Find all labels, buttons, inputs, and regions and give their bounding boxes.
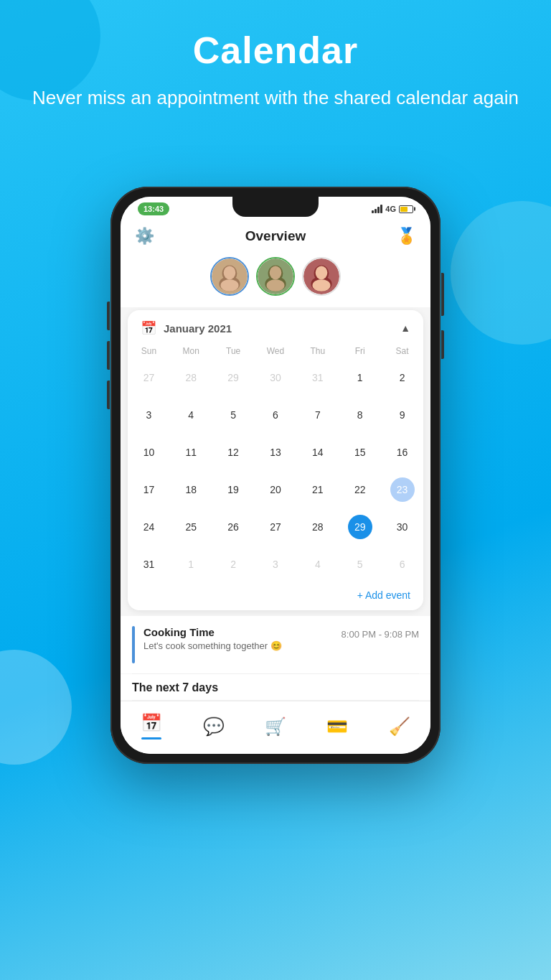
bottom-nav: 📅 💬 🛒 💳 🧹 xyxy=(121,701,430,754)
calendar-grid: Sun Mon Tue Wed Thu Fri Sat 27 28 29 30 … xyxy=(128,343,423,583)
cal-day-11[interactable]: 11 xyxy=(170,434,212,471)
chores-nav-icon: 🧹 xyxy=(389,717,410,737)
cal-day-17[interactable]: 17 xyxy=(128,471,170,508)
event-time: 8:00 PM - 9:08 PM xyxy=(342,629,419,640)
signal-bar-1 xyxy=(372,210,374,213)
badge-icon[interactable]: 🏅 xyxy=(397,227,416,246)
bottom-nav-chat[interactable]: 💬 xyxy=(192,714,236,739)
avatars-row xyxy=(121,251,430,307)
cal-day-next-3[interactable]: 3 xyxy=(255,546,297,583)
cal-day-next-6[interactable]: 6 xyxy=(381,546,423,583)
next-section-title: The next 7 days xyxy=(132,681,218,694)
cal-day-5[interactable]: 5 xyxy=(212,396,255,434)
add-event-row: + Add event xyxy=(128,583,423,610)
calendar-month: January 2021 xyxy=(164,322,232,335)
cal-day-14[interactable]: 14 xyxy=(296,434,339,471)
bg-decoration-circle-bottom xyxy=(0,650,72,765)
wallet-nav-icon: 💳 xyxy=(326,717,348,737)
cal-day-16[interactable]: 16 xyxy=(381,434,423,471)
cal-day-2[interactable]: 2 xyxy=(381,359,423,396)
calendar-collapse-arrow[interactable]: ▲ xyxy=(400,322,410,334)
cal-day-30[interactable]: 30 xyxy=(381,508,423,546)
cal-day-1[interactable]: 1 xyxy=(339,359,381,396)
phone-power-button xyxy=(441,273,444,316)
cal-day-prev-29[interactable]: 29 xyxy=(212,359,255,396)
calendar-header: 📅 January 2021 ▲ xyxy=(128,310,423,343)
cal-day-next-1[interactable]: 1 xyxy=(170,546,212,583)
phone-volume-down-button xyxy=(107,381,110,409)
status-bar: 13:43 4G xyxy=(121,197,430,218)
col-sun: Sun xyxy=(128,343,170,359)
cal-day-7[interactable]: 7 xyxy=(296,396,339,434)
nav-title: Overview xyxy=(245,228,306,244)
cal-day-prev-31[interactable]: 31 xyxy=(296,359,339,396)
phone-notch xyxy=(232,197,319,217)
phone-mute-button xyxy=(107,302,110,330)
cal-day-26[interactable]: 26 xyxy=(212,508,255,546)
cal-day-13[interactable]: 13 xyxy=(255,434,297,471)
event-title: Cooking Time xyxy=(143,626,333,638)
cal-day-25[interactable]: 25 xyxy=(170,508,212,546)
add-event-button[interactable]: + Add event xyxy=(357,589,410,601)
cal-day-15[interactable]: 15 xyxy=(339,434,381,471)
phone-screen: 13:43 4G ⚙️ Overview xyxy=(121,197,430,754)
calendar-header-left: 📅 January 2021 xyxy=(141,320,232,336)
page-header: Calendar Never miss an appointment with … xyxy=(0,0,551,111)
event-item: Cooking Time Let's cook something togeth… xyxy=(121,616,430,673)
signal-bars xyxy=(372,205,382,213)
cal-day-prev-30[interactable]: 30 xyxy=(255,359,297,396)
svg-point-9 xyxy=(267,279,285,291)
avatar-3[interactable] xyxy=(302,257,341,296)
cal-day-12[interactable]: 12 xyxy=(212,434,255,471)
cal-day-18[interactable]: 18 xyxy=(170,471,212,508)
cal-day-28[interactable]: 28 xyxy=(296,508,339,546)
cal-day-20[interactable]: 20 xyxy=(255,471,297,508)
event-description: Let's cook something together 😊 xyxy=(143,640,333,651)
page-title: Calendar xyxy=(0,29,551,72)
phone-volume-up-button xyxy=(107,341,110,370)
status-time: 13:43 xyxy=(138,202,169,215)
calendar-icon: 📅 xyxy=(141,320,156,336)
cal-day-4[interactable]: 4 xyxy=(170,396,212,434)
cal-day-29[interactable]: 29 xyxy=(339,508,381,546)
cal-day-3[interactable]: 3 xyxy=(128,396,170,434)
cal-day-31[interactable]: 31 xyxy=(128,546,170,583)
page-subtitle: Never miss an appointment with the share… xyxy=(0,85,551,111)
cal-day-next-4[interactable]: 4 xyxy=(296,546,339,583)
phone-volume-button-right xyxy=(441,330,444,359)
col-thu: Thu xyxy=(296,343,339,359)
bottom-nav-calendar[interactable]: 📅 xyxy=(129,710,174,742)
cal-day-24[interactable]: 24 xyxy=(128,508,170,546)
avatar-1[interactable] xyxy=(210,257,249,296)
cal-day-27[interactable]: 27 xyxy=(255,508,297,546)
cal-day-19[interactable]: 19 xyxy=(212,471,255,508)
cal-day-prev-28[interactable]: 28 xyxy=(170,359,212,396)
cal-day-prev-27[interactable]: 27 xyxy=(128,359,170,396)
col-tue: Tue xyxy=(212,343,255,359)
cal-day-8[interactable]: 8 xyxy=(339,396,381,434)
bg-decoration-circle-right xyxy=(451,201,551,345)
avatar-2[interactable] xyxy=(256,257,295,296)
cal-day-9[interactable]: 9 xyxy=(381,396,423,434)
cal-day-next-2[interactable]: 2 xyxy=(212,546,255,583)
svg-point-13 xyxy=(316,266,328,279)
svg-point-8 xyxy=(270,266,282,279)
settings-icon[interactable]: ⚙️ xyxy=(135,227,154,246)
svg-point-4 xyxy=(221,279,239,291)
signal-bar-2 xyxy=(375,209,377,213)
bottom-nav-shopping[interactable]: 🛒 xyxy=(253,714,298,739)
svg-point-3 xyxy=(224,266,236,279)
cal-day-22[interactable]: 22 xyxy=(339,471,381,508)
cal-day-21[interactable]: 21 xyxy=(296,471,339,508)
bottom-nav-chores[interactable]: 🧹 xyxy=(377,714,422,739)
event-color-bar xyxy=(132,626,135,663)
cal-day-23[interactable]: 23 xyxy=(381,471,423,508)
col-sat: Sat xyxy=(381,343,423,359)
cal-day-6[interactable]: 6 xyxy=(255,396,297,434)
cal-day-10[interactable]: 10 xyxy=(128,434,170,471)
svg-point-14 xyxy=(313,279,331,291)
bottom-nav-wallet[interactable]: 💳 xyxy=(315,714,359,739)
active-indicator xyxy=(141,737,161,739)
cal-day-next-5[interactable]: 5 xyxy=(339,546,381,583)
col-fri: Fri xyxy=(339,343,381,359)
